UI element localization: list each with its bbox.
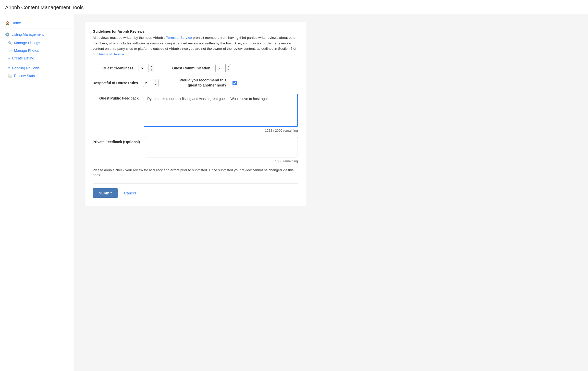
communication-up-arrow[interactable]: ▲ — [226, 64, 231, 68]
ratings-row-1: Guest Cleanliness ▲ ▼ Guest Communicatio… — [93, 64, 298, 72]
cleanliness-select-wrapper: ▲ ▼ — [139, 64, 154, 72]
communication-down-arrow[interactable]: ▼ — [226, 68, 231, 72]
house-rules-label: Respectful of House Rules — [93, 81, 143, 85]
communication-item: Guest Communication ▲ ▼ — [169, 64, 231, 72]
review-form: Guest Cleanliness ▲ ▼ Guest Communicatio… — [93, 64, 298, 198]
private-feedback-row: Private Feedback (Optional) 1000 remaini… — [93, 137, 298, 163]
cleanliness-up-arrow[interactable]: ▲ — [149, 64, 154, 68]
cleanliness-input[interactable] — [139, 65, 149, 71]
manage-photos-label: Manage Photos — [14, 48, 39, 53]
cleanliness-down-arrow[interactable]: ▼ — [149, 68, 154, 72]
chart-icon: 📊 — [8, 74, 12, 78]
disclaimer-text: Please double check your review for accu… — [93, 168, 298, 178]
sidebar: 🏠 Home ⚙️ Listing Management 🔍 Manage Li… — [0, 14, 74, 371]
house-rules-item: Respectful of House Rules ▲ ▼ — [93, 79, 158, 87]
sidebar-sub-list: 🔍 Manage Listings 📄 Manage Photos + Crea… — [0, 39, 74, 62]
main-content: Guidelines for Airbnb Reviews: All revie… — [74, 14, 588, 371]
recommend-checkbox[interactable] — [232, 81, 237, 85]
cleanliness-arrows: ▲ ▼ — [149, 64, 154, 72]
form-actions: Submit Cancel — [93, 183, 298, 198]
private-feedback-char-count: 1000 remaining — [145, 159, 298, 163]
tos-link-2[interactable]: Terms of Service — [99, 52, 124, 56]
tos-link-1[interactable]: Terms of Service — [166, 36, 192, 40]
house-rules-up-arrow[interactable]: ▲ — [153, 79, 158, 83]
app-title: Airbnb Content Management Tools — [0, 0, 588, 14]
sidebar-item-home[interactable]: 🏠 Home — [0, 18, 74, 28]
private-feedback-label: Private Feedback (Optional) — [93, 137, 145, 145]
list-icon: ≡ — [8, 66, 10, 70]
public-feedback-label: Guest Public Feedback — [93, 94, 144, 100]
recommend-label: Would you recommend this guest to anothe… — [174, 78, 230, 88]
communication-input[interactable] — [216, 65, 225, 71]
guidelines-text: All reviews must be written by the host.… — [93, 35, 298, 57]
listing-management-label: Listing Management — [11, 32, 44, 36]
public-feedback-char-count: 1923 / 2000 remaining — [144, 129, 298, 132]
private-feedback-wrapper: 1000 remaining — [145, 137, 298, 163]
photo-icon: 📄 — [8, 49, 12, 52]
communication-label: Guest Communication — [169, 66, 215, 70]
guidelines-body-part1: All reviews must be written by the host.… — [93, 36, 166, 40]
sidebar-item-review-stats[interactable]: 📊 Review Stats — [0, 72, 74, 80]
create-listing-label: Create Listing — [12, 56, 34, 60]
submit-button[interactable]: Submit — [93, 188, 118, 198]
content-box: Guidelines for Airbnb Reviews: All revie… — [84, 22, 306, 206]
pending-reviews-label: Pending Reviews — [12, 66, 40, 70]
house-rules-down-arrow[interactable]: ▼ — [153, 83, 158, 87]
sidebar-section-listing-management: ⚙️ Listing Management — [0, 30, 74, 39]
manage-listings-label: Manage Listings — [14, 41, 40, 45]
sidebar-item-create-listing[interactable]: + Create Listing — [0, 54, 74, 62]
public-feedback-wrapper: Ryan booked our test listing and was a g… — [144, 94, 298, 132]
ratings-row-2: Respectful of House Rules ▲ ▼ Would you … — [93, 78, 298, 88]
sidebar-home-label: Home — [11, 21, 21, 25]
house-rules-input[interactable] — [143, 80, 153, 86]
sidebar-review-list: ≡ Pending Reviews 📊 Review Stats — [0, 64, 74, 80]
search-icon: 🔍 — [8, 41, 12, 45]
cancel-button[interactable]: Cancel — [123, 188, 137, 198]
sidebar-item-manage-listings[interactable]: 🔍 Manage Listings — [0, 39, 74, 47]
house-rules-arrows: ▲ ▼ — [153, 79, 158, 87]
communication-arrows: ▲ ▼ — [225, 64, 231, 72]
sidebar-item-pending-reviews[interactable]: ≡ Pending Reviews — [0, 64, 74, 72]
cleanliness-item: Guest Cleanliness ▲ ▼ — [93, 64, 154, 72]
review-stats-label: Review Stats — [14, 74, 35, 78]
private-feedback-textarea[interactable] — [145, 137, 298, 157]
recommend-item: Would you recommend this guest to anothe… — [174, 78, 237, 88]
guidelines-title: Guidelines for Airbnb Reviews: — [93, 29, 298, 33]
house-rules-select-wrapper: ▲ ▼ — [143, 79, 158, 87]
plus-icon: + — [8, 56, 10, 60]
home-icon: 🏠 — [5, 21, 9, 25]
public-feedback-textarea[interactable]: Ryan booked our test listing and was a g… — [144, 94, 298, 127]
guidelines-body-part3: . — [124, 52, 125, 56]
public-feedback-row: Guest Public Feedback Ryan booked our te… — [93, 94, 298, 132]
communication-select-wrapper: ▲ ▼ — [215, 64, 231, 72]
cleanliness-label: Guest Cleanliness — [93, 66, 139, 70]
gear-icon: ⚙️ — [5, 32, 9, 36]
sidebar-item-manage-photos[interactable]: 📄 Manage Photos — [0, 47, 74, 54]
